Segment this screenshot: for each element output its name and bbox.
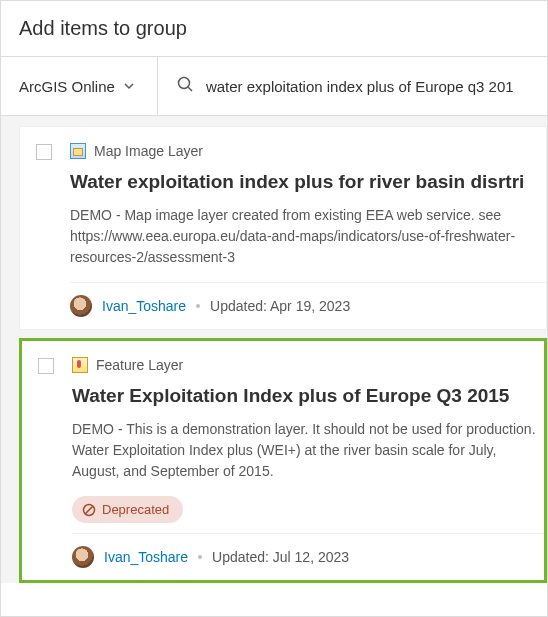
separator-dot <box>198 555 202 559</box>
deprecated-badge: Deprecated <box>72 496 183 523</box>
toolbar: ArcGIS Online <box>1 56 547 116</box>
item-description: DEMO - This is a demonstration layer. It… <box>72 419 544 482</box>
separator-dot <box>196 304 200 308</box>
item-meta: Ivan_Toshare Updated: Apr 19, 2023 <box>70 282 546 329</box>
scope-dropdown[interactable]: ArcGIS Online <box>1 57 158 115</box>
search-input[interactable] <box>206 72 537 101</box>
avatar <box>72 546 94 568</box>
svg-line-3 <box>86 506 93 513</box>
search-icon <box>176 75 194 97</box>
dialog-title: Add items to group <box>1 1 547 56</box>
item-type-label: Feature Layer <box>96 357 183 373</box>
deprecated-icon <box>82 503 96 517</box>
map-image-layer-icon <box>70 143 86 159</box>
item-type: Feature Layer <box>72 357 544 373</box>
svg-point-0 <box>178 78 189 89</box>
feature-layer-icon <box>72 357 88 373</box>
item-type-label: Map Image Layer <box>94 143 203 159</box>
item-title[interactable]: Water Exploitation Index plus of Europe … <box>72 385 544 407</box>
updated-date: Updated: Jul 12, 2023 <box>212 549 349 565</box>
author-link[interactable]: Ivan_Toshare <box>104 549 188 565</box>
select-checkbox[interactable] <box>38 358 54 374</box>
item-type: Map Image Layer <box>70 143 546 159</box>
avatar <box>70 295 92 317</box>
item-title[interactable]: Water exploitation index plus for river … <box>70 171 546 193</box>
svg-line-1 <box>188 87 192 91</box>
author-link[interactable]: Ivan_Toshare <box>102 298 186 314</box>
updated-date: Updated: Apr 19, 2023 <box>210 298 350 314</box>
scope-label: ArcGIS Online <box>19 78 115 95</box>
item-meta: Ivan_Toshare Updated: Jul 12, 2023 <box>72 533 544 580</box>
select-checkbox[interactable] <box>36 144 52 160</box>
chevron-down-icon <box>123 80 135 92</box>
results-list: Map Image Layer Water exploitation index… <box>1 116 547 583</box>
result-card[interactable]: Map Image Layer Water exploitation index… <box>19 126 547 330</box>
result-card[interactable]: Feature Layer Water Exploitation Index p… <box>19 338 547 583</box>
item-description: DEMO - Map image layer created from exis… <box>70 205 546 268</box>
deprecated-label: Deprecated <box>102 502 169 517</box>
search-field[interactable] <box>158 57 547 115</box>
